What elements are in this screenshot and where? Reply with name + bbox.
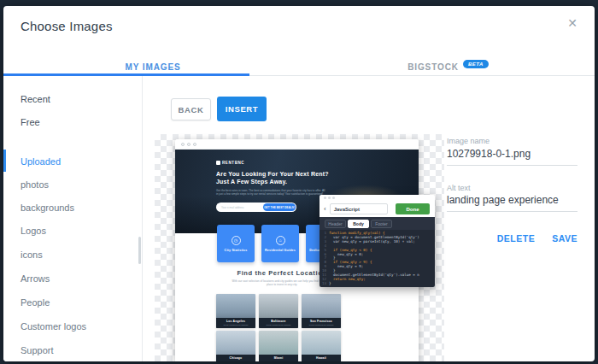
- sidebar-item-recent[interactable]: Recent: [21, 94, 50, 106]
- sidebar-item-customer-logos[interactable]: Customer logos: [21, 321, 86, 333]
- editor-tab-header: Header: [325, 220, 346, 228]
- window-dot-icon: [181, 143, 185, 146]
- sidebar-item-logos[interactable]: Logos: [21, 226, 46, 238]
- city-card: Los AngelesGreat Locations To Choose: [216, 294, 255, 328]
- editor-code-area: 1function modify_qty(val) { 2 var qty = …: [320, 230, 435, 287]
- city-card: ChicagoGreat Locations To Choose: [216, 331, 255, 361]
- city-card: San FranciscoGreat Locations To Choose: [302, 294, 341, 328]
- sidebar-scrollbar[interactable]: [138, 237, 141, 264]
- save-button[interactable]: SAVE: [552, 233, 577, 244]
- editor-tabs: Header Body Footer: [320, 217, 435, 230]
- sidebar-divider: [142, 76, 143, 361]
- detail-actions: DELETE SAVE: [447, 233, 577, 244]
- hero-cta-button: GET THE BEST DEALS!: [263, 203, 296, 211]
- delete-button[interactable]: DELETE: [497, 233, 535, 244]
- window-dot-icon: [187, 143, 191, 146]
- beta-badge: BETA: [463, 60, 489, 68]
- hero-email-form: Your e-mail address GET THE BEST DEALS!: [216, 203, 296, 212]
- insert-button[interactable]: INSERT: [217, 97, 267, 121]
- sidebar-item-people[interactable]: People: [21, 297, 50, 309]
- alt-text-label: Alt text: [447, 184, 471, 192]
- tab-my-images[interactable]: MY IMAGES: [106, 59, 200, 74]
- sidebar-item-backgrounds[interactable]: backgrounds: [21, 203, 74, 214]
- sidebar-item-photos[interactable]: photos: [21, 179, 49, 191]
- editor-tab-footer: Footer: [371, 220, 392, 228]
- site-logo: RENTBNC: [216, 161, 244, 165]
- selected-item-indicator: [3, 150, 6, 172]
- chevron-left-icon: ‹: [324, 206, 326, 213]
- choose-images-modal: Choose Images ✕ MY IMAGES BIGSTOCK BETA …: [3, 6, 595, 361]
- sidebar-item-free[interactable]: Free: [21, 117, 40, 129]
- sidebar-item-arrows[interactable]: Arrows: [21, 273, 50, 285]
- site-logo-icon: [216, 161, 220, 165]
- editor-toolbar: ‹ JavaScript Done: [320, 201, 435, 217]
- home-icon: ⌂: [276, 236, 285, 245]
- back-button[interactable]: BACK: [171, 98, 211, 120]
- editor-done-button: Done: [396, 203, 430, 214]
- category-sidebar: Recent Free Uploaded photos backgrounds …: [3, 76, 142, 361]
- code-editor-overlay: ‹ JavaScript Done Header Body Footer 1fu…: [320, 195, 435, 287]
- feature-card: ◷ City Statistics: [217, 225, 255, 262]
- image-name-input[interactable]: 10279918-0-1.png: [447, 148, 577, 166]
- city-card: BaltimoreGreat Locations To Choose: [259, 294, 298, 328]
- page-title: Choose Images: [21, 19, 113, 33]
- sidebar-item-support[interactable]: Support: [21, 345, 54, 357]
- sidebar-item-uploaded[interactable]: Uploaded: [21, 156, 61, 168]
- city-card: HawaiiGreat Locations To Choose: [302, 331, 341, 361]
- sidebar-item-icons[interactable]: icons: [21, 250, 43, 261]
- email-placeholder-text: Your e-mail address: [216, 206, 263, 209]
- browser-chrome: [175, 139, 419, 150]
- site-logo-text: RENTBNC: [222, 161, 244, 165]
- feature-card: ⌂ Residential Guides: [261, 225, 299, 262]
- clock-icon: ◷: [232, 236, 241, 245]
- city-card: MiamiGreat Locations To Choose: [259, 331, 298, 361]
- alt-text-input[interactable]: landing page experience: [447, 194, 577, 212]
- tab-my-images-label: MY IMAGES: [125, 62, 180, 72]
- editor-tab-body: Body: [348, 220, 369, 228]
- image-name-label: Image name: [447, 137, 490, 145]
- editor-window-dots: [324, 197, 335, 199]
- tab-bigstock-label: BIGSTOCK: [407, 62, 459, 72]
- close-icon[interactable]: ✕: [567, 16, 577, 30]
- window-dot-icon: [193, 143, 196, 146]
- tab-bigstock[interactable]: BIGSTOCK BETA: [386, 59, 510, 74]
- hero-intro-text: Get the best rates in town. The best acc…: [216, 189, 325, 197]
- hero-headline: Are You Looking For Your Next Rent? Just…: [216, 170, 329, 185]
- editor-language-field: JavaScript: [330, 203, 388, 214]
